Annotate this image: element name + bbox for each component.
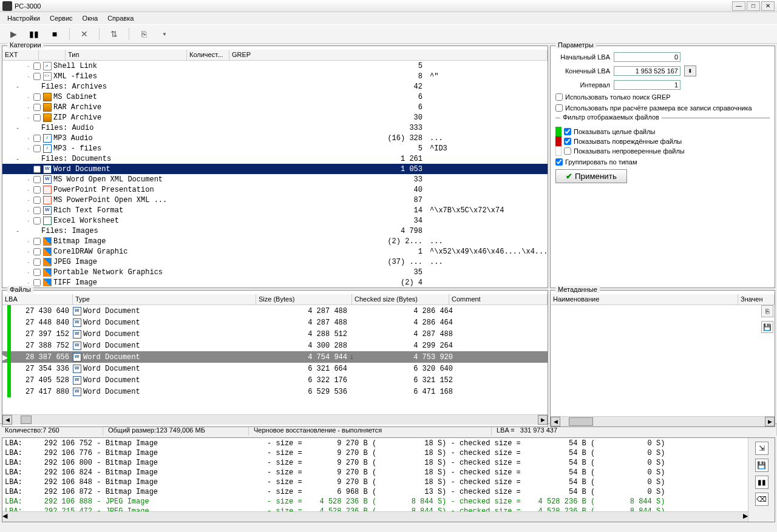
category-row[interactable]: ·CorelDRAW Graphic1^\x52\x49\x46\x46....… — [2, 246, 548, 257]
category-row[interactable]: ·MS PowerPoint Open XML ...87 — [2, 195, 548, 205]
log-body[interactable]: LBA: 292 106 752 - Bitmap Image - size =… — [2, 438, 748, 511]
expand-icon[interactable]: · — [24, 134, 33, 143]
meta-copy-button[interactable]: ⎘ — [761, 305, 773, 317]
fcol-comment[interactable]: Comment — [449, 294, 548, 305]
category-row[interactable]: ·Shell Link5 — [2, 61, 548, 71]
file-row[interactable]: ▶28 387 656 Word Document4 754 944↓4 753… — [2, 351, 548, 363]
apply-button[interactable]: Применить — [555, 169, 627, 183]
category-checkbox[interactable] — [33, 258, 41, 266]
category-checkbox[interactable] — [33, 269, 41, 276]
files-body[interactable]: 27 430 640 Word Document4 287 4884 286 4… — [2, 305, 548, 414]
category-checkbox[interactable] — [33, 197, 41, 204]
category-row[interactable]: ·Rich Text Format14^\x7B\x5C\x72\x74 — [2, 205, 548, 215]
col-ext[interactable]: EXT — [2, 50, 39, 60]
expand-icon[interactable]: · — [24, 103, 33, 112]
category-checkbox[interactable] — [33, 135, 41, 142]
expand-icon[interactable]: · — [24, 258, 33, 266]
category-row[interactable]: ·Excel Worksheet34 — [2, 215, 548, 226]
show-damaged-checkbox[interactable] — [564, 138, 571, 145]
category-row[interactable]: ·JPEG Image(37) ...... — [2, 257, 548, 267]
category-checkbox[interactable] — [33, 186, 41, 194]
expand-icon[interactable]: · — [24, 62, 33, 70]
mcol-value[interactable]: Значен — [738, 294, 775, 305]
category-row[interactable]: ·PowerPoint Presentation40 — [2, 184, 548, 195]
tools-button[interactable]: ✕ — [76, 27, 93, 41]
expand-icon[interactable]: · — [24, 278, 33, 287]
sort-button[interactable]: ⇅ — [106, 27, 123, 41]
menu-help[interactable]: Справка — [103, 13, 138, 23]
category-checkbox[interactable] — [33, 73, 41, 80]
expand-icon[interactable]: · — [24, 113, 33, 122]
expand-icon[interactable]: - — [13, 155, 22, 163]
maximize-button[interactable]: □ — [747, 1, 760, 11]
file-row[interactable]: 27 354 336 Word Document6 321 6646 320 6… — [2, 363, 548, 374]
only-grep-checkbox[interactable] — [555, 93, 563, 101]
fcol-checked[interactable]: Checked size (Bytes) — [352, 294, 449, 305]
category-row[interactable]: ·MS Cabinet6 — [2, 92, 548, 102]
category-row[interactable]: -Files: Images4 798 — [2, 226, 548, 236]
expand-icon[interactable]: · — [24, 144, 33, 153]
file-row[interactable]: 27 417 880 Word Document6 529 5366 471 1… — [2, 386, 548, 397]
category-row[interactable]: ·Portable Network Graphics35 — [2, 267, 548, 277]
mcol-name[interactable]: Наименование — [551, 294, 738, 305]
expand-icon[interactable]: · — [24, 268, 33, 277]
files-hscroll[interactable]: ◀ ▶ — [2, 414, 548, 425]
start-lba-input[interactable] — [614, 52, 680, 62]
use-all-checkbox[interactable] — [555, 104, 563, 112]
hscroll-right-icon[interactable]: ▶ — [538, 415, 548, 425]
fcol-type[interactable]: Type — [73, 294, 256, 305]
hscroll-right-icon[interactable]: ▶ — [743, 512, 748, 522]
file-row[interactable]: 27 388 752 Word Document4 300 2884 299 2… — [2, 340, 548, 351]
meta-save-button[interactable]: 💾 — [761, 321, 773, 333]
hscroll-thumb[interactable] — [569, 417, 593, 426]
show-unchecked-checkbox[interactable] — [564, 147, 571, 155]
category-checkbox[interactable] — [33, 217, 41, 224]
category-row[interactable]: -Files: Archives42 — [2, 81, 548, 92]
category-row[interactable]: ·Word Document1 053 — [2, 164, 548, 174]
group-by-type-checkbox[interactable] — [555, 158, 563, 166]
category-row[interactable]: ·MP3 - files5^ID3 — [2, 143, 548, 153]
category-row[interactable]: ·Bitmap Image(2) 2...... — [2, 236, 548, 246]
expand-icon[interactable]: · — [24, 175, 33, 184]
expand-icon[interactable]: - — [13, 82, 22, 91]
hscroll-left-icon[interactable]: ◀ — [551, 417, 560, 426]
log-save-button[interactable]: 💾 — [755, 459, 769, 472]
category-row[interactable]: ·XML -files8^" — [2, 71, 548, 81]
menu-settings[interactable]: Настройки — [2, 13, 45, 23]
category-checkbox[interactable] — [33, 114, 41, 121]
expand-icon[interactable]: · — [24, 165, 33, 173]
play-button[interactable]: ▶ — [5, 27, 22, 41]
category-row[interactable]: -Files: Documents1 261 — [2, 153, 548, 164]
close-button[interactable]: ✕ — [761, 1, 775, 11]
expand-icon[interactable]: · — [24, 206, 33, 215]
category-row[interactable]: ·MS Word Open XML Document33 — [2, 174, 548, 184]
hscroll-right-icon[interactable]: ▶ — [765, 417, 775, 426]
copy-button[interactable]: ⎘ — [135, 27, 152, 41]
minimize-button[interactable]: — — [732, 1, 745, 11]
show-whole-checkbox[interactable] — [564, 128, 571, 135]
category-checkbox[interactable] — [33, 248, 41, 255]
expand-icon[interactable]: · — [24, 217, 33, 225]
log-pause-button[interactable]: ▮▮ — [755, 476, 769, 489]
hscroll-thumb[interactable] — [21, 416, 32, 424]
category-checkbox[interactable] — [33, 145, 41, 152]
category-row[interactable]: -Files: Audio333 — [2, 123, 548, 133]
category-checkbox[interactable] — [33, 238, 41, 245]
file-row[interactable]: 27 448 840 Word Document4 287 4884 286 4… — [2, 317, 548, 328]
category-checkbox[interactable] — [33, 104, 41, 111]
category-checkbox[interactable] — [33, 93, 41, 101]
category-row[interactable]: ·TIFF Image(2) 4 — [2, 277, 548, 286]
expand-icon[interactable]: · — [24, 237, 33, 246]
col-type[interactable]: Тип — [66, 50, 187, 60]
menu-windows[interactable]: Окна — [78, 13, 103, 23]
category-checkbox[interactable] — [33, 176, 41, 183]
file-row[interactable]: 27 430 640 Word Document4 287 4884 286 4… — [2, 305, 548, 317]
expand-icon[interactable]: - — [13, 124, 22, 132]
pause-button[interactable]: ▮▮ — [25, 27, 42, 41]
col-count[interactable]: Количест... — [187, 50, 229, 60]
expand-icon[interactable]: · — [24, 72, 33, 81]
col-grep[interactable]: GREP — [229, 50, 548, 60]
dropdown-button[interactable]: ▼ — [156, 27, 173, 41]
log-hscroll[interactable]: ◀ ▶ — [2, 511, 748, 522]
file-row[interactable]: 27 405 528 Word Document6 322 1766 321 1… — [2, 374, 548, 386]
